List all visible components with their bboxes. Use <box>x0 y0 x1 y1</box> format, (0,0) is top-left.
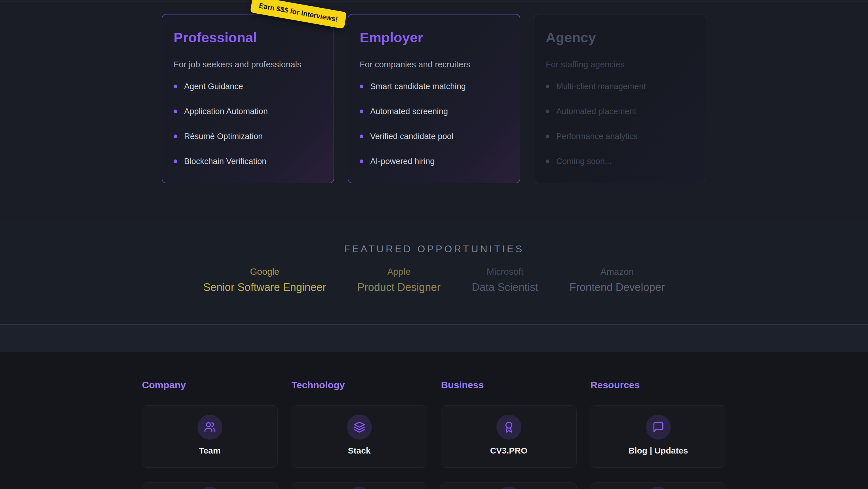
bullet-dot-icon <box>174 110 177 113</box>
footer-card-partial[interactable] <box>591 483 726 489</box>
persona-card-title: Agency <box>546 30 694 45</box>
feature-item: Application Automation <box>174 107 322 116</box>
job-item-amazon[interactable]: Amazon Frontend Developer <box>569 266 665 293</box>
feature-item: Agent Guidance <box>174 82 322 91</box>
footer-column-company: Company Team <box>142 379 278 489</box>
footer-column-technology: Technology Stack <box>291 379 427 489</box>
job-role: Product Designer <box>358 281 441 293</box>
featured-jobs-carousel: Google Senior Software Engineer Apple Pr… <box>0 266 868 293</box>
award-icon <box>496 415 521 440</box>
job-item-microsoft[interactable]: Microsoft Data Scientist <box>472 266 538 293</box>
featured-opportunities-section: FEATURED OPPORTUNITIES Google Senior Sof… <box>0 221 868 324</box>
hidden-icon <box>496 487 521 489</box>
feature-item: Smart candidate matching <box>360 82 508 91</box>
bullet-dot-icon <box>174 135 177 138</box>
feature-item: Blockchain Verification <box>174 157 322 166</box>
feature-label: Verified candidate pool <box>370 132 453 141</box>
persona-card-subtitle: For staffing agencies <box>546 60 694 69</box>
job-company: Apple <box>358 266 441 277</box>
job-company: Amazon <box>569 266 665 277</box>
job-company: Google <box>204 266 326 277</box>
feature-item: Automated placement <box>546 107 694 116</box>
bullet-dot-icon <box>546 110 550 113</box>
feature-label: Automated screening <box>370 107 448 116</box>
feature-item: Résumé Optimization <box>174 132 322 141</box>
footer-card-team[interactable]: Team <box>142 405 278 468</box>
footer-column-heading: Company <box>142 379 278 391</box>
footer-column-business: Business CV3.PRO <box>441 379 577 489</box>
footer-card-partial[interactable] <box>441 483 577 489</box>
bullet-dot-icon <box>546 85 550 88</box>
persona-card-title: Professional <box>174 30 322 45</box>
feature-list: Smart candidate matching Automated scree… <box>360 82 508 166</box>
footer-column-resources: Resources Blog | Updates <box>591 379 726 489</box>
feature-label: Application Automation <box>184 107 268 116</box>
persona-card-employer[interactable]: Employer For companies and recruiters Sm… <box>348 14 520 183</box>
feature-item: Coming soon... <box>546 157 694 166</box>
footer-card-label: Team <box>143 446 277 456</box>
persona-card-subtitle: For companies and recruiters <box>360 60 508 69</box>
feature-item: Verified candidate pool <box>360 132 508 141</box>
feature-label: Performance analytics <box>556 132 638 141</box>
job-company: Microsoft <box>472 266 538 277</box>
persona-card-subtitle: For job seekers and professionals <box>174 60 322 69</box>
feature-label: Résumé Optimization <box>184 132 263 141</box>
empty-strip <box>0 324 868 352</box>
job-role: Frontend Developer <box>569 281 665 293</box>
footer-column-heading: Resources <box>591 379 726 391</box>
feature-item: AI-powered hiring <box>360 157 508 166</box>
bullet-dot-icon <box>360 110 363 113</box>
persona-cards: Professional For job seekers and profess… <box>0 0 868 183</box>
footer-card-stack[interactable]: Stack <box>291 405 427 468</box>
footer-card-label: CV3.PRO <box>441 446 577 456</box>
feature-label: Agent Guidance <box>184 82 243 91</box>
feature-label: Coming soon... <box>556 157 612 166</box>
job-role: Senior Software Engineer <box>204 281 326 293</box>
bullet-dot-icon <box>360 135 363 138</box>
hidden-icon <box>197 487 222 489</box>
footer-card-partial[interactable] <box>291 483 427 489</box>
footer-card-partial[interactable] <box>142 483 278 489</box>
persona-card-agency: Agency For staffing agencies Multi-clien… <box>534 14 706 183</box>
feature-label: Automated placement <box>556 107 636 116</box>
footer-column-heading: Technology <box>291 379 427 391</box>
feature-item: Automated screening <box>360 107 508 116</box>
footer-card-cv3pro[interactable]: CV3.PRO <box>441 405 577 468</box>
featured-heading: FEATURED OPPORTUNITIES <box>0 221 868 255</box>
footer-grid: Company Team Technology Stack <box>0 352 868 489</box>
hidden-icon <box>347 487 372 489</box>
footer-card-label: Blog | Updates <box>591 446 726 456</box>
feature-label: AI-powered hiring <box>370 157 435 166</box>
feature-label: Multi-client management <box>556 82 646 91</box>
persona-card-professional[interactable]: Professional For job seekers and profess… <box>162 14 334 183</box>
feature-label: Smart candidate matching <box>370 82 466 91</box>
bullet-dot-icon <box>546 135 550 138</box>
feature-item: Performance analytics <box>546 132 694 141</box>
job-item-google[interactable]: Google Senior Software Engineer <box>204 266 326 293</box>
hidden-icon <box>646 487 671 489</box>
footer-column-heading: Business <box>441 379 577 391</box>
persona-card-title: Employer <box>360 30 508 45</box>
message-icon <box>646 415 671 440</box>
footer-card-blog[interactable]: Blog | Updates <box>591 405 726 468</box>
bullet-dot-icon <box>360 85 363 88</box>
feature-label: Blockchain Verification <box>184 157 266 166</box>
job-role: Data Scientist <box>472 281 538 293</box>
users-icon <box>197 415 222 440</box>
section-top-divider <box>0 1 868 1</box>
feature-item: Multi-client management <box>546 82 694 91</box>
bullet-dot-icon <box>174 85 177 88</box>
feature-list: Agent Guidance Application Automation Ré… <box>174 82 322 166</box>
feature-list: Multi-client management Automated placem… <box>546 82 694 166</box>
layers-icon <box>347 415 372 440</box>
bullet-dot-icon <box>360 160 363 163</box>
job-item-apple[interactable]: Apple Product Designer <box>358 266 441 293</box>
bullet-dot-icon <box>174 160 177 163</box>
persona-section: Earn $$$ for Interviews! Professional Fo… <box>0 0 868 221</box>
footer-card-label: Stack <box>292 446 427 456</box>
bullet-dot-icon <box>546 160 550 163</box>
site-footer: Company Team Technology Stack <box>0 352 868 489</box>
